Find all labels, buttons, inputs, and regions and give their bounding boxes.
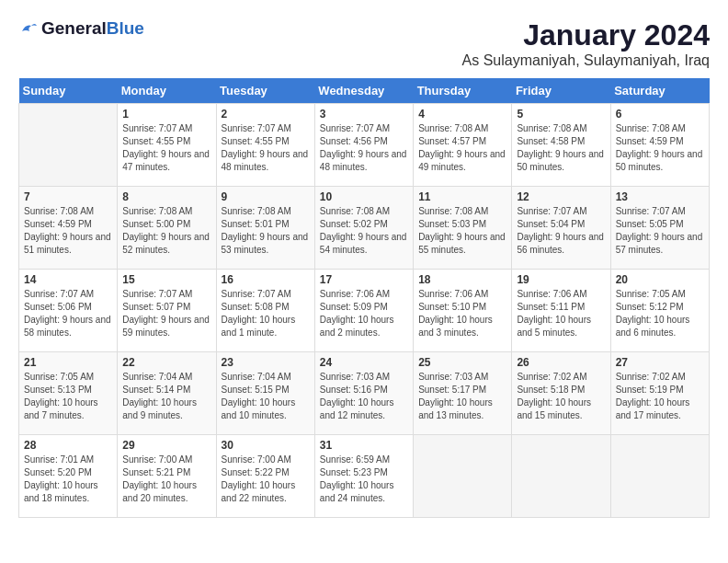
day-info: Sunrise: 7:07 AMSunset: 4:55 PMDaylight:…: [122, 122, 210, 174]
calendar-cell: 23Sunrise: 7:04 AMSunset: 5:15 PMDayligh…: [216, 352, 314, 435]
day-number: 1: [122, 108, 210, 121]
calendar-cell: 3Sunrise: 7:07 AMSunset: 4:56 PMDaylight…: [314, 104, 413, 187]
week-row-5: 28Sunrise: 7:01 AMSunset: 5:20 PMDayligh…: [19, 435, 710, 518]
calendar-cell: 18Sunrise: 7:06 AMSunset: 5:10 PMDayligh…: [414, 270, 512, 352]
day-number: 8: [122, 190, 210, 203]
day-info: Sunrise: 7:06 AMSunset: 5:09 PMDaylight:…: [320, 288, 408, 339]
day-number: 28: [24, 439, 112, 452]
day-number: 2: [222, 108, 310, 121]
weekday-header-saturday: Saturday: [610, 78, 709, 104]
day-number: 29: [122, 439, 210, 452]
week-row-1: 1Sunrise: 7:07 AMSunset: 4:55 PMDaylight…: [19, 104, 710, 187]
logo-general-text: GeneralBlue: [41, 18, 144, 39]
calendar-cell: 1Sunrise: 7:07 AMSunset: 4:55 PMDaylight…: [118, 104, 216, 187]
month-title: January 2024: [462, 18, 710, 52]
day-info: Sunrise: 7:08 AMSunset: 4:57 PMDaylight:…: [418, 122, 506, 174]
calendar-table: SundayMondayTuesdayWednesdayThursdayFrid…: [18, 78, 710, 518]
day-info: Sunrise: 7:07 AMSunset: 5:06 PMDaylight:…: [24, 288, 112, 339]
day-number: 26: [517, 356, 605, 369]
day-info: Sunrise: 7:06 AMSunset: 5:11 PMDaylight:…: [517, 288, 605, 339]
week-row-2: 7Sunrise: 7:08 AMSunset: 4:59 PMDaylight…: [19, 187, 710, 270]
weekday-header-monday: Monday: [118, 78, 216, 104]
day-info: Sunrise: 7:04 AMSunset: 5:14 PMDaylight:…: [122, 371, 210, 422]
day-number: 10: [320, 190, 408, 203]
calendar-cell: [512, 435, 610, 518]
calendar-cell: 20Sunrise: 7:05 AMSunset: 5:12 PMDayligh…: [610, 270, 709, 352]
calendar-cell: 8Sunrise: 7:08 AMSunset: 5:00 PMDaylight…: [118, 187, 216, 270]
day-number: 30: [222, 439, 310, 452]
calendar-cell: 21Sunrise: 7:05 AMSunset: 5:13 PMDayligh…: [19, 352, 118, 435]
day-info: Sunrise: 7:06 AMSunset: 5:10 PMDaylight:…: [418, 288, 506, 339]
week-row-4: 21Sunrise: 7:05 AMSunset: 5:13 PMDayligh…: [19, 352, 710, 435]
calendar-cell: 31Sunrise: 6:59 AMSunset: 5:23 PMDayligh…: [314, 435, 413, 518]
day-number: 23: [222, 356, 310, 369]
day-info: Sunrise: 7:03 AMSunset: 5:16 PMDaylight:…: [320, 371, 408, 422]
day-info: Sunrise: 7:02 AMSunset: 5:18 PMDaylight:…: [517, 371, 605, 422]
calendar-cell: 10Sunrise: 7:08 AMSunset: 5:02 PMDayligh…: [314, 187, 413, 270]
calendar-cell: 4Sunrise: 7:08 AMSunset: 4:57 PMDaylight…: [414, 104, 512, 187]
day-info: Sunrise: 7:01 AMSunset: 5:20 PMDaylight:…: [24, 454, 112, 505]
day-number: 11: [418, 190, 506, 203]
day-info: Sunrise: 7:05 AMSunset: 5:12 PMDaylight:…: [616, 288, 704, 339]
day-number: 6: [616, 108, 704, 121]
calendar-cell: 14Sunrise: 7:07 AMSunset: 5:06 PMDayligh…: [19, 270, 118, 352]
day-number: 18: [418, 273, 506, 286]
day-number: 21: [24, 356, 112, 369]
weekday-header-friday: Friday: [512, 78, 610, 104]
day-info: Sunrise: 7:03 AMSunset: 5:17 PMDaylight:…: [418, 371, 506, 422]
day-number: 27: [616, 356, 704, 369]
calendar-cell: 15Sunrise: 7:07 AMSunset: 5:07 PMDayligh…: [118, 270, 216, 352]
day-info: Sunrise: 7:05 AMSunset: 5:13 PMDaylight:…: [24, 371, 112, 422]
day-info: Sunrise: 7:07 AMSunset: 5:04 PMDaylight:…: [517, 205, 605, 257]
day-info: Sunrise: 7:08 AMSunset: 4:58 PMDaylight:…: [517, 122, 605, 174]
day-number: 12: [517, 190, 605, 203]
week-row-3: 14Sunrise: 7:07 AMSunset: 5:06 PMDayligh…: [19, 270, 710, 352]
calendar-cell: 12Sunrise: 7:07 AMSunset: 5:04 PMDayligh…: [512, 187, 610, 270]
day-info: Sunrise: 7:07 AMSunset: 5:07 PMDaylight:…: [122, 288, 210, 339]
day-info: Sunrise: 7:08 AMSunset: 4:59 PMDaylight:…: [616, 122, 704, 174]
calendar-cell: 22Sunrise: 7:04 AMSunset: 5:14 PMDayligh…: [118, 352, 216, 435]
calendar-cell: 29Sunrise: 7:00 AMSunset: 5:21 PMDayligh…: [118, 435, 216, 518]
location-title: As Sulaymaniyah, Sulaymaniyah, Iraq: [462, 52, 710, 69]
day-number: 14: [24, 273, 112, 286]
calendar-cell: 6Sunrise: 7:08 AMSunset: 4:59 PMDaylight…: [610, 104, 709, 187]
day-info: Sunrise: 7:02 AMSunset: 5:19 PMDaylight:…: [616, 371, 704, 422]
day-info: Sunrise: 7:08 AMSunset: 4:59 PMDaylight:…: [24, 205, 112, 257]
day-number: 17: [320, 273, 408, 286]
day-number: 7: [24, 190, 112, 203]
calendar-cell: 30Sunrise: 7:00 AMSunset: 5:22 PMDayligh…: [216, 435, 314, 518]
calendar-cell: 27Sunrise: 7:02 AMSunset: 5:19 PMDayligh…: [610, 352, 709, 435]
day-number: 3: [320, 108, 408, 121]
day-number: 16: [222, 273, 310, 286]
day-number: 20: [616, 273, 704, 286]
day-info: Sunrise: 7:08 AMSunset: 5:02 PMDaylight:…: [320, 205, 408, 257]
day-info: Sunrise: 7:07 AMSunset: 4:55 PMDaylight:…: [222, 122, 310, 174]
day-number: 22: [122, 356, 210, 369]
day-info: Sunrise: 7:00 AMSunset: 5:21 PMDaylight:…: [122, 454, 210, 505]
day-info: Sunrise: 7:00 AMSunset: 5:22 PMDaylight:…: [222, 454, 310, 505]
day-info: Sunrise: 7:07 AMSunset: 5:08 PMDaylight:…: [222, 288, 310, 339]
day-info: Sunrise: 7:04 AMSunset: 5:15 PMDaylight:…: [222, 371, 310, 422]
day-number: 25: [418, 356, 506, 369]
calendar-cell: 9Sunrise: 7:08 AMSunset: 5:01 PMDaylight…: [216, 187, 314, 270]
day-number: 19: [517, 273, 605, 286]
header: GeneralBlue January 2024 As Sulaymaniyah…: [18, 18, 710, 69]
calendar-cell: 24Sunrise: 7:03 AMSunset: 5:16 PMDayligh…: [314, 352, 413, 435]
calendar-cell: 16Sunrise: 7:07 AMSunset: 5:08 PMDayligh…: [216, 270, 314, 352]
weekday-header-wednesday: Wednesday: [314, 78, 413, 104]
calendar-cell: 13Sunrise: 7:07 AMSunset: 5:05 PMDayligh…: [610, 187, 709, 270]
weekday-header-row: SundayMondayTuesdayWednesdayThursdayFrid…: [19, 78, 710, 104]
day-number: 13: [616, 190, 704, 203]
day-info: Sunrise: 7:08 AMSunset: 5:00 PMDaylight:…: [122, 205, 210, 257]
calendar-cell: 26Sunrise: 7:02 AMSunset: 5:18 PMDayligh…: [512, 352, 610, 435]
calendar-cell: 5Sunrise: 7:08 AMSunset: 4:58 PMDaylight…: [512, 104, 610, 187]
day-info: Sunrise: 7:07 AMSunset: 4:56 PMDaylight:…: [320, 122, 408, 174]
day-info: Sunrise: 7:08 AMSunset: 5:03 PMDaylight:…: [418, 205, 506, 257]
day-number: 9: [222, 190, 310, 203]
day-number: 15: [122, 273, 210, 286]
title-area: January 2024 As Sulaymaniyah, Sulaymaniy…: [462, 18, 710, 69]
calendar-cell: 2Sunrise: 7:07 AMSunset: 4:55 PMDaylight…: [216, 104, 314, 187]
day-number: 5: [517, 108, 605, 121]
day-number: 4: [418, 108, 506, 121]
day-info: Sunrise: 7:08 AMSunset: 5:01 PMDaylight:…: [222, 205, 310, 257]
